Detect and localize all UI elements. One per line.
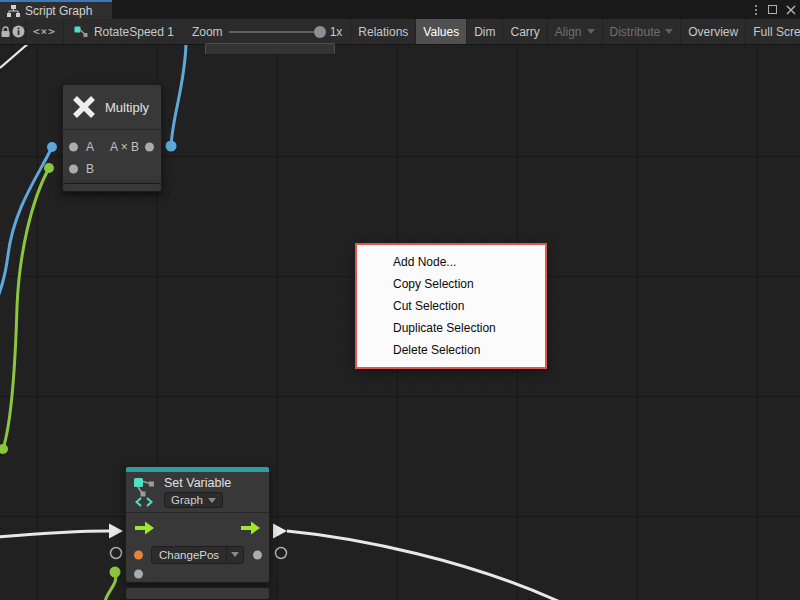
menu-item-add-node[interactable]: Add Node... [357, 251, 545, 273]
carry-button[interactable]: Carry [503, 19, 547, 44]
scope-label: Graph [171, 494, 203, 506]
port-label-b: B [86, 162, 94, 176]
chevron-down-icon [587, 29, 595, 34]
overview-label: Overview [688, 25, 738, 39]
node-multiply[interactable]: Multiply A A × B B [62, 84, 162, 189]
variable-port-row: ChangePos [126, 543, 269, 566]
distribute-button[interactable]: Distribute [603, 19, 682, 44]
info-icon [12, 25, 25, 38]
node-title: Multiply [105, 100, 149, 115]
node-set-variable-footer [125, 587, 270, 600]
graph-reference-button[interactable]: RotateSpeed 1 [64, 19, 184, 44]
graph-icon [7, 5, 20, 17]
lock-icon [0, 26, 11, 38]
tab-script-graph[interactable]: Script Graph [0, 0, 112, 19]
relations-label: Relations [358, 25, 408, 39]
node-title: Set Variable [164, 476, 231, 490]
relations-button[interactable]: Relations [350, 19, 416, 44]
partially-hidden-node[interactable] [205, 43, 335, 55]
overview-button[interactable]: Overview [681, 19, 746, 44]
graph-reference-label: RotateSpeed 1 [94, 25, 174, 39]
window-controls [753, 0, 796, 19]
code-icon: <×> [33, 25, 56, 38]
maximize-icon[interactable] [768, 5, 777, 14]
value-input-row [126, 566, 269, 582]
variable-scope-dropdown[interactable]: Graph [164, 492, 223, 508]
flow-input-arrow[interactable] [135, 522, 154, 535]
zoom-slider-handle[interactable] [314, 26, 326, 38]
node-set-variable[interactable]: Set Variable Graph ChangePos [125, 466, 270, 583]
dim-button[interactable]: Dim [467, 19, 503, 44]
window-menu-icon[interactable] [753, 3, 759, 17]
lock-button[interactable] [0, 19, 12, 44]
variable-dropdown-button[interactable] [226, 547, 243, 563]
set-variable-icon [133, 477, 157, 507]
full-screen-label: Full Screen [753, 25, 800, 39]
node-multiply-body: A A × B B [63, 130, 161, 188]
distribute-label: Distribute [610, 25, 661, 39]
info-button[interactable] [12, 19, 26, 44]
input-port-a[interactable] [69, 143, 78, 152]
menu-item-cut-selection[interactable]: Cut Selection [357, 295, 545, 317]
graph-toolbar: <×> RotateSpeed 1 Zoom 1x Relations Valu… [0, 19, 800, 45]
variable-name-label: ChangePos [152, 547, 226, 563]
chevron-down-icon [665, 29, 673, 34]
menu-item-copy-selection[interactable]: Copy Selection [357, 273, 545, 295]
zoom-label: Zoom [192, 25, 223, 39]
port-label-out: A × B [110, 140, 139, 154]
full-screen-button[interactable]: Full Screen [746, 19, 800, 44]
script-graph-ref-icon [74, 26, 88, 38]
chevron-down-icon [208, 498, 216, 503]
values-label: Values [423, 25, 459, 39]
flow-port-row [126, 513, 269, 543]
output-port[interactable] [145, 143, 154, 152]
flow-output-arrow[interactable] [241, 522, 260, 535]
variable-name-port[interactable] [134, 550, 143, 559]
align-button[interactable]: Align [548, 19, 603, 44]
node-multiply-footer [62, 183, 162, 192]
zoom-slider[interactable] [229, 31, 324, 33]
context-menu: Add Node... Copy Selection Cut Selection… [355, 243, 547, 369]
value-output-port[interactable] [253, 550, 262, 559]
menu-item-delete-selection[interactable]: Delete Selection [357, 339, 545, 361]
node-multiply-header[interactable]: Multiply [63, 85, 161, 130]
script-graph-window: Script Graph <×> [0, 0, 800, 600]
zoom-control: Zoom 1x [184, 19, 350, 44]
close-icon[interactable] [786, 5, 796, 15]
align-label: Align [555, 25, 582, 39]
titlebar: Script Graph [0, 0, 800, 19]
port-label-a: A [86, 140, 94, 154]
multiply-icon [71, 94, 97, 120]
chevron-down-icon [231, 552, 239, 557]
dim-label: Dim [474, 25, 495, 39]
carry-label: Carry [510, 25, 539, 39]
node-set-variable-header[interactable]: Set Variable Graph [126, 472, 269, 513]
variable-name-dropdown[interactable]: ChangePos [151, 546, 244, 564]
code-view-button[interactable]: <×> [26, 19, 64, 44]
zoom-value: 1x [330, 25, 343, 39]
input-port-b[interactable] [69, 165, 78, 174]
menu-item-duplicate-selection[interactable]: Duplicate Selection [357, 317, 545, 339]
values-button[interactable]: Values [416, 19, 467, 44]
tab-label: Script Graph [25, 4, 92, 18]
value-input-port[interactable] [134, 570, 143, 579]
